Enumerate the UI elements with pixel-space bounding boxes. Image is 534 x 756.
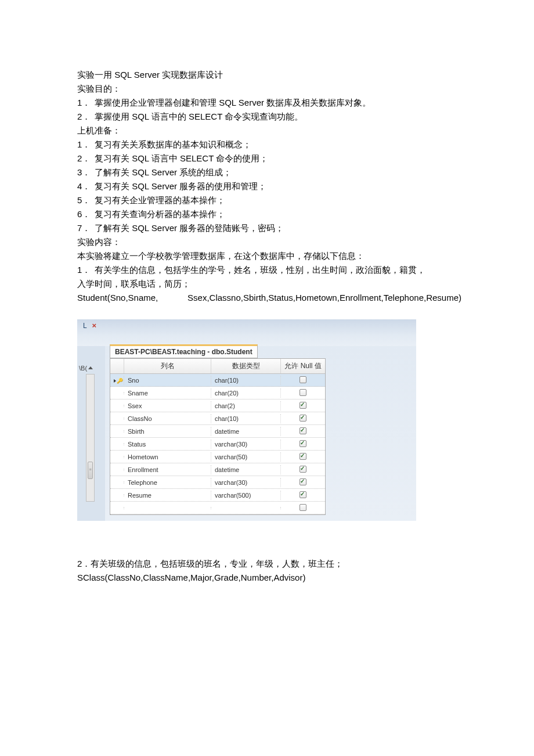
- allow-null-checkbox[interactable]: [300, 427, 306, 434]
- allow-null-checkbox[interactable]: [300, 415, 306, 422]
- primary-key-icon: 🔑: [114, 378, 123, 384]
- allow-null-checkbox[interactable]: [300, 389, 306, 396]
- allow-null-checkbox[interactable]: [300, 453, 306, 460]
- table-row[interactable]: Statusvarchar(30): [110, 438, 325, 451]
- column-type-cell[interactable]: char(10): [211, 414, 281, 423]
- column-name-cell[interactable]: Ssex: [124, 401, 211, 411]
- row-selector[interactable]: [110, 469, 124, 471]
- column-name-cell[interactable]: ClassNo: [124, 414, 211, 423]
- row-selector[interactable]: [110, 417, 124, 420]
- grid-header: 列名 数据类型 允许 Null 值: [110, 359, 325, 374]
- prep-text-3: 了解有关 SQL Server 系统的组成；: [95, 167, 232, 177]
- column-name-cell[interactable]: Enrollment: [124, 465, 211, 474]
- allow-null-checkbox[interactable]: [300, 402, 306, 409]
- allow-null-cell[interactable]: [281, 452, 325, 462]
- prep-text-4: 复习有关 SQL Server 服务器的使用和管理；: [95, 181, 266, 191]
- close-label: L: [83, 322, 86, 330]
- allow-null-checkbox[interactable]: [300, 440, 306, 447]
- row-selector[interactable]: 🔑: [110, 376, 124, 385]
- header-name[interactable]: 列名: [124, 359, 211, 373]
- schema-student: Student(Sno,Sname,Ssex,Classno,Sbirth,St…: [77, 291, 461, 305]
- document-page: 实验一用 SQL Server 实现数据库设计 实验目的： 1．掌握使用企业管理…: [0, 0, 534, 608]
- table-area: BEAST-PC\BEAST.teaching - dbo.Student 列名…: [105, 346, 416, 521]
- schema1-left: Student(Sno,Sname,: [77, 291, 158, 305]
- table-row[interactable]: ClassNochar(10): [110, 412, 325, 425]
- column-type-cell[interactable]: varchar(30): [211, 440, 281, 449]
- row-selector[interactable]: [110, 481, 124, 484]
- allow-null-cell[interactable]: [281, 503, 325, 513]
- allow-null-cell[interactable]: [281, 401, 325, 411]
- allow-null-cell[interactable]: [281, 426, 325, 437]
- left-label: \B(: [79, 365, 87, 372]
- close-icon[interactable]: ×: [92, 321, 97, 330]
- column-type-cell[interactable]: varchar(30): [211, 478, 281, 487]
- allow-null-checkbox[interactable]: [300, 466, 306, 473]
- content-item-1-line2: 入学时间，联系电话，简历；: [77, 277, 461, 291]
- arrow-up-icon[interactable]: [88, 366, 93, 369]
- content2-text: 有关班级的信息，包括班级的班名，专业，年级，人数，班主任；: [91, 559, 343, 568]
- grid-body: 🔑Snochar(10)Snamechar(20)Ssexchar(2)Clas…: [110, 374, 325, 514]
- row-selector[interactable]: [110, 507, 124, 509]
- row-selector[interactable]: [110, 443, 124, 445]
- main-pane: \B( BEAST-PC\BEAST.teaching - dbo.Studen…: [77, 346, 416, 521]
- allow-null-checkbox[interactable]: [300, 376, 306, 383]
- column-name-cell[interactable]: Telephone: [124, 478, 211, 487]
- table-row[interactable]: Snamechar(20): [110, 387, 325, 399]
- column-name-cell[interactable]: Sbirth: [124, 427, 211, 436]
- row-selector[interactable]: [110, 456, 124, 458]
- content-heading: 实验内容：: [77, 235, 461, 249]
- allow-null-cell[interactable]: [281, 375, 325, 386]
- content-item-2: 2．有关班级的信息，包括班级的班名，专业，年级，人数，班主任；: [77, 557, 461, 571]
- column-type-cell[interactable]: char(10): [211, 376, 281, 385]
- column-type-cell[interactable]: char(2): [211, 401, 281, 411]
- table-row[interactable]: Enrollmentdatetime: [110, 463, 325, 476]
- prep-item-1: 1．复习有关关系数据库的基本知识和概念；: [77, 138, 461, 152]
- allow-null-cell[interactable]: [281, 388, 325, 398]
- num2: 2．: [77, 559, 91, 568]
- column-type-cell[interactable]: varchar(500): [211, 491, 281, 500]
- table-row-empty[interactable]: [110, 502, 325, 514]
- column-type-cell[interactable]: [211, 507, 281, 509]
- table-designer-window: L × \B( BEAST-PC\BEAST.teaching - dbo.St…: [77, 319, 416, 521]
- header-icon-col: [110, 359, 124, 373]
- prep-text-6: 复习有关查询分析器的基本操作；: [95, 209, 225, 219]
- scrollbar-thumb[interactable]: [88, 462, 93, 479]
- column-name-cell[interactable]: Sname: [124, 388, 211, 398]
- table-row[interactable]: 🔑Snochar(10): [110, 374, 325, 387]
- scrollbar[interactable]: [86, 374, 95, 502]
- table-row[interactable]: Telephonevarchar(30): [110, 476, 325, 489]
- column-name-cell[interactable]: Hometown: [124, 452, 211, 462]
- column-name-cell[interactable]: [124, 507, 211, 509]
- goal-text-1: 掌握使用企业管理器创建和管理 SQL Server 数据库及相关数据库对象。: [95, 98, 371, 107]
- prep-item-2: 2．复习有关 SQL 语言中 SELECT 命令的使用；: [77, 152, 461, 165]
- allow-null-cell[interactable]: [281, 490, 325, 501]
- column-type-cell[interactable]: varchar(50): [211, 452, 281, 462]
- allow-null-cell[interactable]: [281, 439, 325, 449]
- column-name-cell[interactable]: Sno: [124, 376, 211, 385]
- content1-text-a: 有关学生的信息，包括学生的学号，姓名，班级，性别，出生时间，政治面貌，籍贯，: [95, 265, 425, 275]
- table-row[interactable]: Resumevarchar(500): [110, 489, 325, 502]
- allow-null-checkbox[interactable]: [300, 504, 306, 511]
- row-selector[interactable]: [110, 405, 124, 407]
- table-row[interactable]: Sbirthdatetime: [110, 425, 325, 438]
- schema-sclass: SClass(ClassNo,ClassName,Major,Grade,Num…: [77, 571, 461, 585]
- row-selector[interactable]: [110, 494, 124, 496]
- allow-null-cell[interactable]: [281, 465, 325, 475]
- header-type[interactable]: 数据类型: [211, 359, 281, 373]
- column-name-cell[interactable]: Resume: [124, 491, 211, 500]
- column-type-cell[interactable]: datetime: [211, 465, 281, 474]
- tab-title[interactable]: BEAST-PC\BEAST.teaching - dbo.Student: [110, 344, 258, 358]
- allow-null-checkbox[interactable]: [300, 491, 306, 498]
- header-null[interactable]: 允许 Null 值: [281, 359, 325, 373]
- column-type-cell[interactable]: char(20): [211, 388, 281, 398]
- allow-null-cell[interactable]: [281, 413, 325, 424]
- row-selector[interactable]: [110, 392, 124, 394]
- table-row[interactable]: Ssexchar(2): [110, 399, 325, 412]
- column-name-cell[interactable]: Status: [124, 440, 211, 449]
- table-row[interactable]: Hometownvarchar(50): [110, 451, 325, 463]
- allow-null-checkbox[interactable]: [300, 478, 306, 485]
- row-selector[interactable]: [110, 430, 124, 433]
- content-intro: 本实验将建立一个学校教学管理数据库，在这个数据库中，存储以下信息：: [77, 249, 461, 263]
- column-type-cell[interactable]: datetime: [211, 427, 281, 436]
- allow-null-cell[interactable]: [281, 477, 325, 488]
